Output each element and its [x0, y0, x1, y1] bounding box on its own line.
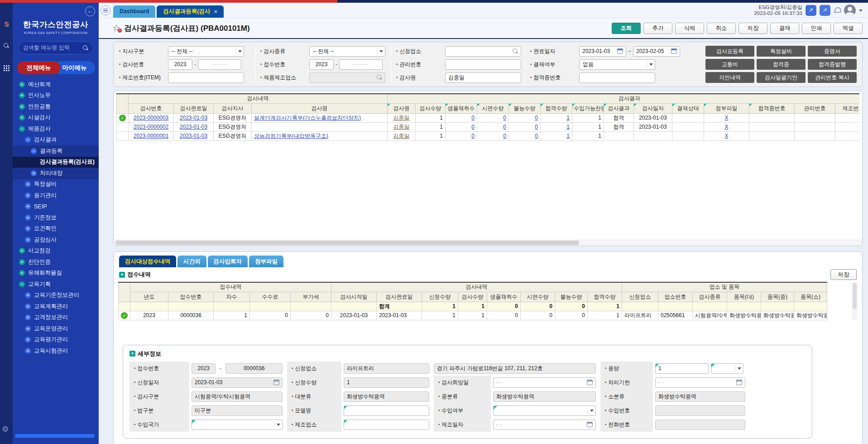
tab-검사대상접수내역[interactable]: 검사대상접수내역 [119, 256, 176, 267]
specimen-link[interactable]: 0 [503, 115, 506, 121]
plus-icon[interactable]: + [19, 92, 25, 98]
calendar-icon[interactable] [587, 422, 593, 427]
sidebar-item-고객정보관리[interactable]: +고객정보관리 [13, 312, 99, 323]
sidebar-item-안전공통[interactable]: +안전공통 [13, 101, 99, 112]
pass-link[interactable]: 1 [566, 115, 570, 121]
attach-link[interactable]: X [724, 115, 728, 121]
sidebar-item-교육운영관리[interactable]: +교육운영관리 [13, 323, 99, 334]
column-header-approval[interactable]: 결재상태 [672, 103, 704, 113]
sidebar-item-기준정보[interactable]: +기준정보 [13, 212, 99, 223]
inspection-no-seq-input[interactable]: ------- [198, 59, 241, 70]
column-header-item_s[interactable]: 품목(소) [794, 292, 827, 302]
저장-button[interactable]: 저장 [739, 23, 767, 34]
column-header-specimen[interactable]: 시편수량 [477, 103, 509, 113]
column-header-kind[interactable]: 검사종류 [693, 292, 727, 302]
삭제-button[interactable]: 삭제 [675, 23, 704, 34]
column-header-remain[interactable]: 수입가능잔량 [572, 103, 604, 113]
window-tab-Dashboard[interactable]: Dashboard [113, 5, 155, 18]
합격증발행-button[interactable]: 합격증발행 [808, 59, 857, 70]
calendar-icon[interactable] [671, 48, 677, 54]
name-link[interactable]: 설계단계검사기록부(가스누출경보차단장치) [254, 115, 361, 121]
plus-icon[interactable]: + [25, 326, 31, 332]
column-header-sample[interactable]: 샘플채취수 [487, 292, 521, 302]
sidebar-item-검사결과등록(검사표)[interactable]: 검사결과등록(검사표) [13, 157, 99, 168]
증명서-button[interactable]: 증명서 [808, 46, 857, 57]
검사일괄기안-button[interactable]: 검사일괄기안 [757, 72, 806, 83]
plus-icon[interactable]: + [25, 203, 31, 209]
tab-첨부파일[interactable]: 첨부파일 [249, 256, 283, 267]
fail-link[interactable]: 0 [535, 115, 538, 121]
fail-link[interactable]: 0 [535, 133, 538, 139]
추가-button[interactable]: 추가 [643, 23, 672, 34]
합격증-button[interactable]: 합격증 [757, 59, 806, 70]
column-header-date[interactable]: 검사일자 [634, 103, 672, 113]
calendar-icon[interactable] [587, 380, 593, 385]
sample-link[interactable]: 0 [471, 133, 475, 139]
조회-button[interactable]: 조회 [612, 23, 641, 34]
column-header-apply[interactable]: 신청수량 [422, 292, 458, 302]
sidebar-item-특정설비[interactable]: +특정설비 [13, 179, 99, 190]
column-header-fail[interactable]: 불능수량 [509, 103, 541, 113]
plus-icon[interactable]: + [19, 104, 25, 110]
pass-link[interactable]: 1 [566, 133, 570, 139]
column-header-name[interactable]: 검사명 [252, 103, 388, 113]
특정설비-button[interactable]: 특정설비 [757, 46, 806, 57]
관리번호 복사-button[interactable]: 관리번호 복사 [808, 72, 857, 83]
plus-icon[interactable]: + [25, 181, 31, 187]
popup-window-icon[interactable]: ↗ [820, 5, 830, 16]
menu-search-input[interactable]: 검색할 메뉴명 입력 [18, 41, 93, 54]
결재-button[interactable]: 결재 [770, 23, 799, 34]
plus-icon[interactable]: + [25, 237, 31, 243]
plus-icon[interactable]: + [19, 248, 25, 254]
column-header-order[interactable]: 차수 [214, 292, 250, 302]
sidebar-item-시설검사[interactable]: +시설검사 [13, 112, 99, 124]
column-header-sample[interactable]: 샘플채취수 [446, 103, 477, 113]
column-header-certno[interactable]: 합격증번호 [749, 103, 795, 113]
plus-icon[interactable]: + [25, 226, 31, 232]
search-icon[interactable] [513, 48, 518, 54]
name-link[interactable]: 성능검정기록부(내압방폭구조) [254, 133, 328, 139]
sidebar-item-인사노무[interactable]: +인사노무 [13, 90, 99, 101]
notification-bell-icon[interactable] [834, 7, 841, 14]
sidebar-item-교육기준정보관리[interactable]: +교육기준정보관리 [13, 290, 99, 301]
attach-link[interactable]: X [724, 124, 728, 130]
specimen-link[interactable]: 0 [503, 133, 506, 139]
capacity-input[interactable]: 1 [655, 363, 709, 374]
specimen-link[interactable]: 0 [503, 124, 506, 130]
minus-icon[interactable]: − [19, 281, 25, 287]
sidebar-item-교육평가관리[interactable]: +교육평가관리 [13, 334, 99, 346]
search-icon[interactable] [377, 75, 382, 80]
import-country-select[interactable] [192, 420, 283, 430]
inspection-type-select[interactable]: -- 전체 -- [309, 46, 385, 57]
calendar-icon[interactable] [273, 380, 279, 385]
capacity-unit-select[interactable] [711, 363, 743, 374]
open-window-icon[interactable]: ↗ [806, 5, 816, 16]
column-header-qty[interactable]: 검사수량 [458, 292, 487, 302]
scrollbar-thumb[interactable] [853, 283, 857, 309]
window-tab-검사결과등록(검사[interactable]: 검사결과등록(검사× [157, 5, 224, 18]
column-header-recno[interactable]: 접수번호 [168, 292, 214, 302]
receipt-save-button[interactable]: 저장 [830, 269, 857, 280]
calendar-icon[interactable] [736, 380, 742, 385]
tab-close-icon[interactable]: × [214, 5, 217, 18]
favorite-star-icon[interactable]: ☆+ [112, 23, 120, 34]
completion-date-to-date[interactable]: 2023-02-05 [633, 46, 680, 57]
column-header-mgmtno[interactable]: 관리번호 [795, 103, 835, 113]
avatar[interactable] [844, 5, 856, 16]
minus-icon[interactable]: − [31, 148, 37, 154]
column-header-vat[interactable]: 부가세 [291, 292, 331, 302]
tab-시간외[interactable]: 시간외 [177, 256, 206, 267]
인쇄-button[interactable]: 인쇄 [802, 23, 831, 34]
inspector-link[interactable]: 김종일 [393, 115, 410, 121]
취소-button[interactable]: 취소 [707, 23, 736, 34]
cert-no-input[interactable] [579, 72, 655, 83]
table-row[interactable]: ✓202300000361002023-01-032023-01-0311000… [119, 311, 827, 320]
column-header-pass[interactable]: 합격수량 [541, 103, 572, 113]
inspector-link[interactable]: 김종일 [393, 133, 410, 139]
sample-link[interactable]: 0 [471, 115, 475, 121]
sidebar-item-교육계획관리[interactable]: +교육계획관리 [13, 301, 99, 312]
management-no-input[interactable] [445, 59, 521, 70]
plus-icon[interactable]: + [19, 270, 25, 276]
column-header-fee[interactable]: 수수료 [250, 292, 291, 302]
sidebar-item-사고점검[interactable]: +사고점검 [13, 246, 99, 257]
